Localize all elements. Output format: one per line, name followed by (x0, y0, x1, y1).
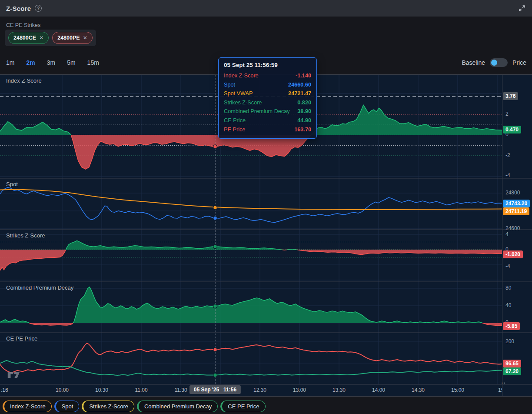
x-axis-label: 11:00 (135, 387, 147, 393)
x-axis-label: 14:30 (412, 387, 425, 393)
tradingview-logo[interactable] (7, 370, 21, 380)
x-axis-label: :16 (1, 387, 8, 393)
toggle-knob (491, 60, 497, 66)
chip-24800pe[interactable]: 24800PE ✕ (52, 32, 93, 44)
chip-24800pe-remove-icon[interactable]: ✕ (83, 35, 87, 41)
strikes-chips-box: 24800CE ✕ 24800PE ✕ (5, 30, 96, 46)
tooltip-row-spot-vwap: Spot VWAP24721.47 (224, 89, 311, 98)
price-label: Price (512, 59, 526, 66)
legend-index-z-score-button[interactable]: Index Z-Score (3, 401, 52, 412)
help-icon[interactable]: ? (35, 5, 42, 12)
legend-spot-button[interactable]: Spot (54, 401, 80, 412)
legend-combined-premium-decay-button[interactable]: Combined Premium Decay (137, 401, 218, 412)
baseline-label: Baseline (462, 59, 485, 66)
x-axis-label: 15:28 (498, 387, 502, 393)
timeframe-2m[interactable]: 2m (26, 59, 35, 66)
tooltip-row-ce-price: CE Price44.90 (224, 116, 311, 125)
collapse-icon[interactable] (518, 4, 526, 12)
chip-24800ce-label: 24800CE (13, 35, 36, 41)
chip-24800pe-label: 24800PE (57, 35, 80, 41)
x-axis-label: 13:30 (332, 387, 346, 393)
series-legend: Index Z-Score Spot Strikes Z-Score Combi… (3, 401, 266, 412)
mode-toggle-control: Baseline Price (462, 58, 526, 67)
x-axis-label: 14:00 (372, 387, 385, 393)
x-axis-label: 10:00 (56, 387, 69, 393)
tooltip-timestamp: 05 Sept 25 11:56:59 (224, 62, 311, 68)
x-axis-label: 10:30 (95, 387, 108, 393)
timeframe-15m[interactable]: 15m (87, 59, 99, 66)
x-axis[interactable]: :1610:0010:3011:0011:3012:3013:0013:3014… (0, 384, 502, 397)
x-axis-label: 15:00 (451, 387, 464, 393)
baseline-price-toggle[interactable] (490, 58, 508, 67)
titlebar: Z-Score ? (0, 0, 532, 17)
crosshair-tooltip: 05 Sept 25 11:56:59 Index Z-Score-1.140 … (218, 57, 317, 139)
chip-24800ce[interactable]: 24800CE ✕ (8, 32, 49, 44)
x-axis-label: 13:00 (293, 387, 306, 393)
timeframe-3m[interactable]: 3m (47, 59, 55, 66)
timeframe-5m[interactable]: 5m (67, 59, 75, 66)
timeframe-selector: 1m 2m 3m 5m 15m (6, 59, 99, 66)
tooltip-row-spot: Spot24660.60 (224, 80, 311, 90)
page-title: Z-Score (6, 5, 31, 12)
app-window: Z-Score ? CE PE Strikes 24800CE ✕ 24800P… (0, 0, 532, 414)
tooltip-row-pe-price: PE Price163.70 (224, 125, 311, 134)
strikes-selector-label: CE PE Strikes (6, 22, 40, 28)
tooltip-row-combined-premium-decay: Combined Premium Decay38.90 (224, 107, 311, 116)
tooltip-row-index-z-score: Index Z-Score-1.140 (224, 71, 311, 80)
timeframe-1m[interactable]: 1m (6, 59, 14, 66)
legend-strikes-z-score-button[interactable]: Strikes Z-Score (82, 401, 134, 412)
axis-handle-dots: •• (502, 381, 506, 385)
tooltip-row-strikes-z-score: Strikes Z-Score0.820 (224, 98, 311, 107)
x-axis-label: 12:30 (253, 387, 266, 393)
chip-24800ce-remove-icon[interactable]: ✕ (39, 35, 43, 41)
legend-ce-pe-price-button[interactable]: CE PE Price (220, 401, 265, 412)
x-axis-label: 11:30 (174, 387, 187, 393)
